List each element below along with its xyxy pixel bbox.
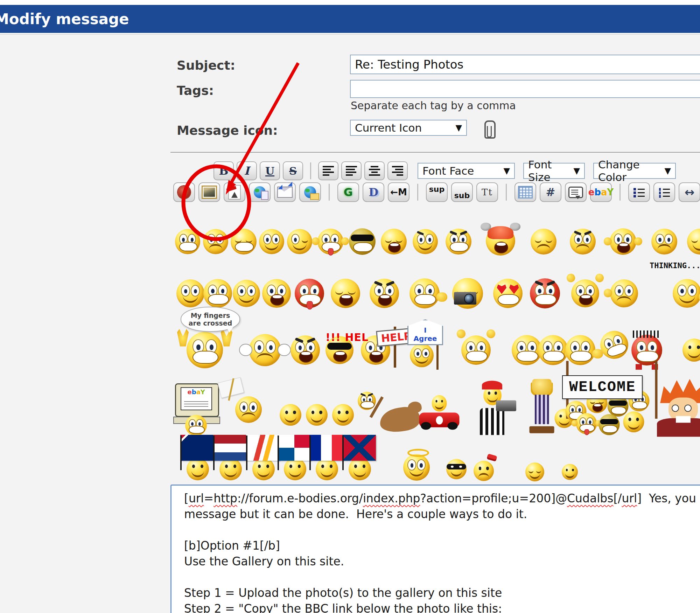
- smiley-label-layer: THINKING...My fingers are crossed!!! HEL…: [0, 0, 700, 613]
- thinking-label: THINKING...: [650, 261, 700, 270]
- fingers-crossed-bubble: My fingers are crossed: [181, 307, 240, 332]
- agree-sign: I Agree: [407, 319, 443, 345]
- hel-label: !!! HEL: [326, 331, 369, 343]
- welcome-banner: WELCOME: [562, 375, 643, 399]
